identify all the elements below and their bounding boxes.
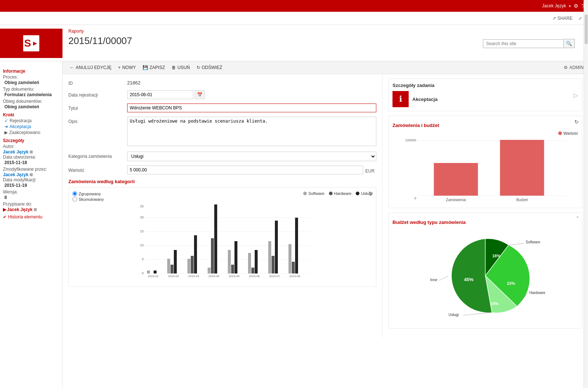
scrollbar[interactable] — [584, 0, 588, 388]
settings-icon[interactable]: ⚙ — [574, 3, 578, 9]
svg-text:23%: 23% — [507, 281, 515, 286]
svg-text:15: 15 — [140, 229, 144, 233]
admin-button[interactable]: ⚙ ADMIN — [564, 65, 584, 70]
refresh-budget-icon[interactable]: ↻ — [574, 119, 579, 125]
breadcrumb[interactable]: Raporty — [68, 29, 483, 34]
svg-text:2015-07: 2015-07 — [269, 275, 280, 278]
share-button[interactable]: ↗ SHARE — [552, 16, 573, 21]
radio-zgrupowany[interactable]: Zgrupowany — [72, 191, 104, 196]
svg-rect-13 — [154, 271, 157, 273]
form-section: ID 21862 Data rejestracji 📅 Tytuł — [62, 74, 382, 337]
svg-text:2015-08: 2015-08 — [289, 275, 300, 278]
search-area: 🔍 — [483, 39, 575, 48]
logo: S ► — [0, 29, 62, 58]
field-wartosc: Wartość EUR — [68, 166, 376, 174]
sidebar-autor-value[interactable]: Jacek Język — [3, 149, 59, 155]
legend-wartosc: Wartość — [558, 131, 578, 135]
tytul-input[interactable] — [127, 104, 376, 112]
data-value-wrap: 📅 — [127, 90, 376, 99]
task-name: Akceptacja — [412, 97, 438, 102]
svg-text:2015-04: 2015-04 — [208, 275, 219, 278]
svg-text:0: 0 — [142, 271, 144, 275]
svg-text:10: 10 — [140, 243, 144, 247]
data-input[interactable] — [127, 90, 193, 99]
page-title: 2015/11/00007 — [68, 35, 483, 47]
sidebar-obieg-value[interactable]: Obieg zamówień — [3, 104, 59, 109]
scrollbar-thumb[interactable] — [585, 15, 588, 44]
calendar-icon[interactable]: 📅 — [195, 90, 205, 99]
currency-label: EUR — [363, 166, 374, 174]
pie-chart-title: Budżet według typu zamówienia — [392, 220, 578, 225]
task-arrow-icon[interactable]: ▷ — [574, 91, 578, 98]
check-icon: ✓ — [4, 118, 8, 123]
svg-rect-11 — [147, 271, 150, 273]
sidebar-informacje-title: Informacje — [3, 69, 59, 74]
zapisz-button[interactable]: 💾 ZAPISZ — [140, 64, 168, 72]
budget-chart-title: Zamówienia i budżet — [392, 123, 578, 128]
sidebar: Informacje Proces: Obieg zamówień Typ do… — [0, 61, 62, 388]
refresh-zamowienia-icon[interactable]: ↻ — [369, 191, 373, 196]
sidebar-step-zaakceptowano[interactable]: ▶ Zaakceptowano — [3, 130, 59, 135]
sidebar-kroki-title: Kroki — [3, 112, 59, 117]
field-kategoria: Kategoria zamówienia Usługi — [68, 152, 376, 161]
nowy-button[interactable]: + NOWY — [115, 64, 139, 72]
sidebar-zmod-value[interactable]: Jacek Język — [3, 172, 59, 177]
opis-label: Opis — [68, 117, 127, 124]
svg-rect-39 — [288, 244, 291, 273]
pie-chart-svg: 18% 23% 14% 45% Software Hardware Usługi… — [392, 228, 578, 323]
kategoria-value: Usługi — [127, 152, 376, 161]
task-detail-box: Szczegóły zadania ℹ Akceptacja ▷ — [388, 79, 582, 111]
kategoria-select[interactable]: Usługi — [127, 152, 376, 161]
tytul-label: Tytuł — [68, 104, 127, 111]
sidebar-wersja-value: 8 — [3, 195, 59, 200]
svg-rect-27 — [228, 250, 231, 273]
share-label: SHARE — [557, 16, 573, 21]
radio-skumulowany[interactable]: Skumulowany — [72, 197, 104, 202]
legend-software: Software — [303, 191, 324, 196]
user-dropdown-icon[interactable]: ▾ — [569, 4, 571, 8]
delete-icon: 🗑 — [172, 65, 176, 70]
second-bar: ↗ SHARE ⤢ — [0, 12, 588, 25]
sidebar-przypisane-value[interactable]: ▶ Jacek Język — [3, 207, 59, 212]
svg-line-67 — [440, 276, 449, 280]
data-label: Data rejestracji — [68, 90, 127, 98]
svg-text:Budżet: Budżet — [516, 198, 528, 202]
logo-s: S — [24, 38, 31, 48]
svg-text:2015-01: 2015-01 — [148, 275, 159, 278]
user-name: Jacek Język — [542, 3, 566, 8]
zamowienia-chart: ↻ Zgrupowany Skumulowany — [68, 187, 376, 287]
svg-rect-35 — [268, 241, 271, 273]
task-detail-title: Szczegóły zadania — [392, 83, 578, 88]
svg-text:18%: 18% — [492, 254, 500, 258]
back-icon: ← — [70, 65, 74, 70]
search-input[interactable] — [483, 39, 564, 48]
odswiez-button[interactable]: ↻ ODŚWIEŻ — [194, 64, 225, 72]
refresh-icon: ↻ — [197, 65, 200, 70]
legend-label-hardware: Hardware — [334, 191, 352, 196]
task-icon-box: ℹ — [392, 91, 409, 107]
sidebar-proces-value[interactable]: Obieg zamówień — [3, 80, 59, 85]
usun-button[interactable]: 🗑 USUŃ — [169, 64, 193, 72]
form-charts: ID 21862 Data rejestracji 📅 Tytuł — [62, 74, 588, 337]
refresh-pie-icon[interactable]: ˅ — [576, 216, 579, 222]
svg-text:2015-03: 2015-03 — [188, 275, 199, 278]
opis-textarea[interactable] — [127, 117, 376, 146]
search-button[interactable]: 🔍 — [564, 39, 575, 48]
wartosc-label: Wartość — [68, 166, 127, 173]
svg-rect-19 — [187, 259, 190, 273]
sidebar-historia[interactable]: ✔ Historia elementu — [3, 214, 59, 220]
anuluj-button[interactable]: ← ANULUJ EDYCJĘ — [67, 64, 114, 72]
user-menu[interactable]: Jacek Język ▾ ⚙ ? — [542, 3, 584, 9]
sidebar-step-rejestracja[interactable]: ✓ Rejestracja — [3, 118, 59, 123]
sidebar-step-akceptacja[interactable]: ➜ Akceptacja — [3, 124, 59, 129]
svg-text:25: 25 — [140, 204, 144, 208]
field-data: Data rejestracji 📅 — [68, 90, 376, 99]
svg-text:Inne: Inne — [430, 278, 438, 282]
field-id: ID 21862 — [68, 79, 376, 86]
kategoria-label: Kategoria zamówienia — [68, 152, 127, 159]
wartosc-input[interactable] — [127, 166, 363, 174]
svg-text:0: 0 — [414, 196, 416, 200]
expand-button[interactable]: ⤢ — [578, 16, 582, 21]
sidebar-datamod-value: 2015-11-19 — [3, 183, 59, 188]
svg-rect-48 — [434, 163, 478, 196]
